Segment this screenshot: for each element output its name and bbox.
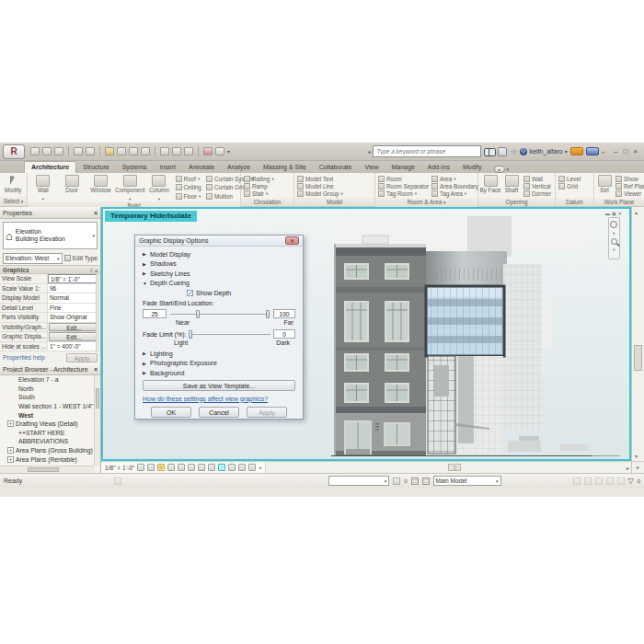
- fade-far-thumb[interactable]: [266, 310, 270, 318]
- photographic-exposure-expander[interactable]: ▶Photographic Exposure: [135, 359, 303, 369]
- curtain-system-button[interactable]: Curtain System: [206, 175, 237, 182]
- navbar-close-icon[interactable]: ✕: [618, 211, 622, 216]
- vertical-scrollbar[interactable]: ▴ ▾: [632, 207, 644, 461]
- fade-limit-slider[interactable]: [189, 329, 270, 339]
- temporary-view-properties-icon[interactable]: [238, 464, 246, 471]
- property-value[interactable]: Fine: [48, 304, 100, 313]
- infocenter-collapse-icon[interactable]: »: [602, 149, 604, 155]
- model-text-button[interactable]: Model Text: [297, 175, 371, 182]
- scroll-right-icon[interactable]: ▸: [627, 465, 629, 471]
- sun-path-icon[interactable]: [157, 464, 165, 471]
- ref-plane-button[interactable]: Ref Plane: [615, 182, 639, 190]
- open-icon[interactable]: [30, 147, 40, 155]
- tab-view[interactable]: View: [358, 162, 385, 173]
- graphics-section-header[interactable]: Graphics≡ ▴: [0, 265, 100, 274]
- select-links-icon[interactable]: [595, 477, 603, 485]
- steering-wheel-icon[interactable]: [610, 221, 617, 228]
- select-underlay-icon[interactable]: [606, 477, 614, 485]
- navbar-minimize-icon[interactable]: ▬: [605, 211, 610, 216]
- tab-systems[interactable]: Systems: [116, 162, 154, 173]
- model-line-button[interactable]: Model Line: [297, 182, 371, 190]
- show-depth-checkbox[interactable]: ✓: [187, 290, 193, 296]
- tab-analyze[interactable]: Analyze: [221, 162, 257, 173]
- property-value[interactable]: 1/8" = 1'-0": [48, 274, 100, 283]
- detail-level-icon[interactable]: [137, 464, 144, 471]
- fade-far-input[interactable]: 100: [273, 309, 295, 318]
- viewer-button[interactable]: Viewer: [615, 190, 639, 197]
- grid-button[interactable]: Grid: [558, 182, 590, 190]
- sync-icon[interactable]: [54, 147, 63, 155]
- scroll-up-icon[interactable]: ▴: [635, 209, 638, 215]
- selection-filter-icon[interactable]: ▽: [628, 477, 634, 486]
- text-icon[interactable]: [141, 147, 150, 155]
- dialog-help-link[interactable]: How do these settings affect view graphi…: [135, 393, 303, 404]
- tree-item[interactable]: +Drafting Views (Detail): [0, 420, 100, 429]
- by-face-button[interactable]: By Face: [479, 174, 501, 198]
- expand-icon[interactable]: +: [7, 447, 14, 454]
- apply-button[interactable]: Apply: [66, 353, 98, 362]
- property-value[interactable]: 96: [48, 284, 100, 293]
- worksets-icon[interactable]: [411, 477, 419, 485]
- shadows-expander[interactable]: ▶Shadows: [135, 259, 303, 270]
- modify-button[interactable]: Modify: [1, 174, 25, 197]
- vertical-scroll-thumb[interactable]: [634, 345, 642, 371]
- favorites-icon[interactable]: ☆: [510, 147, 517, 156]
- active-workset-combo[interactable]: ▾: [328, 476, 389, 486]
- horizontal-scrollbar[interactable]: ⣿ ▸: [266, 462, 631, 473]
- save-as-view-template-button[interactable]: Save as View Template...: [143, 380, 295, 391]
- properties-close-icon[interactable]: ×: [94, 210, 98, 216]
- tab-add-ins[interactable]: Add-Ins: [421, 162, 456, 173]
- design-options-icon[interactable]: [422, 477, 430, 485]
- minimize-button[interactable]: –: [614, 147, 617, 156]
- restore-button[interactable]: □: [623, 147, 627, 156]
- tag-icon[interactable]: [129, 147, 138, 155]
- zoom-caret-icon[interactable]: ▾: [613, 247, 615, 252]
- tab-annotate[interactable]: Annotate: [182, 162, 221, 173]
- fade-near-thumb[interactable]: [196, 310, 200, 318]
- ramp-button[interactable]: Ramp: [244, 182, 290, 190]
- tab-manage[interactable]: Manage: [385, 162, 420, 173]
- instance-combo[interactable]: Elevation: West▾: [3, 253, 63, 264]
- dialog-apply-button[interactable]: Apply: [247, 407, 287, 418]
- select-pinned-icon[interactable]: [617, 477, 625, 485]
- vertical-opening-button[interactable]: Vertical: [523, 182, 549, 190]
- property-value[interactable]: Normal: [48, 293, 100, 303]
- fade-near-input[interactable]: 25: [143, 309, 167, 318]
- vcb-more-icon[interactable]: ◂: [259, 464, 261, 471]
- search-input[interactable]: [373, 145, 481, 157]
- application-menu-button[interactable]: R: [3, 144, 25, 159]
- window-button[interactable]: Window: [86, 174, 115, 201]
- area-button[interactable]: Area▾: [431, 175, 474, 182]
- show-button[interactable]: Show: [615, 175, 639, 182]
- subscription-icon[interactable]: [498, 147, 507, 156]
- design-options-combo[interactable]: Main Model▾: [433, 476, 501, 486]
- measure-icon[interactable]: [105, 147, 114, 155]
- stair-button[interactable]: Stair▾: [244, 190, 290, 197]
- save-icon[interactable]: [42, 147, 52, 155]
- zoom-icon[interactable]: [611, 238, 617, 245]
- property-value[interactable]: Show Original: [48, 313, 100, 322]
- tab-modify[interactable]: Modify: [456, 162, 489, 173]
- tab-architecture[interactable]: Architecture: [24, 161, 76, 173]
- thin-lines-icon[interactable]: [184, 147, 193, 155]
- tab-collaborate[interactable]: Collaborate: [313, 162, 359, 173]
- expand-icon[interactable]: +: [7, 456, 14, 463]
- lighting-expander[interactable]: ▶Lighting: [135, 349, 303, 359]
- tree-vertical-scrollbar[interactable]: [94, 375, 100, 466]
- rendering-dialog-icon[interactable]: [178, 464, 185, 471]
- room-button[interactable]: Room: [378, 175, 428, 182]
- customize-qat-icon[interactable]: ▾: [227, 148, 230, 155]
- tab-massing-site[interactable]: Massing & Site: [257, 162, 313, 173]
- graphic-display-edit-button[interactable]: Edit...: [49, 332, 99, 341]
- expand-icon[interactable]: +: [7, 420, 14, 427]
- area-boundary-button[interactable]: Area Boundary: [431, 182, 474, 190]
- close-button[interactable]: ×: [633, 147, 638, 156]
- editing-requests-icon[interactable]: [393, 477, 400, 485]
- model-group-button[interactable]: Model Group▾: [297, 190, 371, 197]
- type-selector[interactable]: ⌂ ElevationBuilding Elevation ▾: [3, 222, 98, 249]
- ceiling-button[interactable]: Ceiling: [176, 184, 202, 191]
- press-drag-icon[interactable]: [584, 477, 592, 485]
- drawing-area[interactable]: Temporary Hide/Isolate: [101, 207, 631, 461]
- worksharing-display-icon[interactable]: [114, 477, 121, 485]
- tree-item[interactable]: South: [0, 393, 100, 402]
